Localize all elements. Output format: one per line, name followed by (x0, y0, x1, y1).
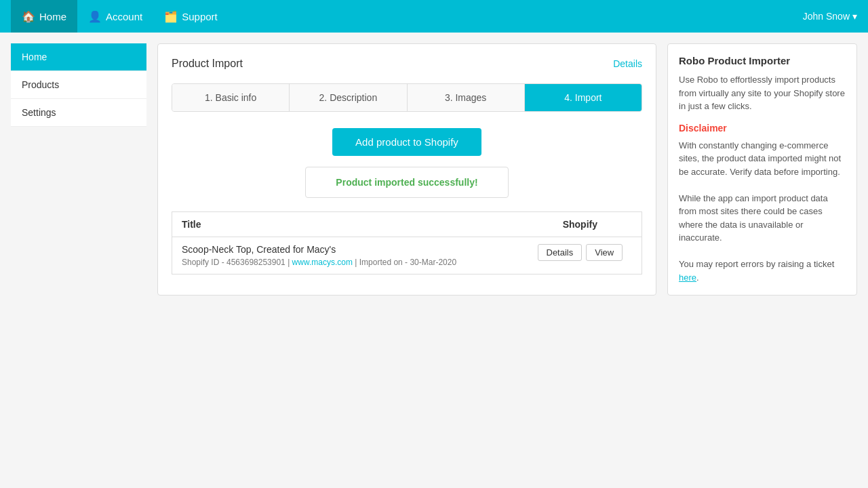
col-title: Title (172, 212, 519, 237)
product-table: Title Shopify Scoop-Neck Top, Created fo… (172, 211, 642, 274)
add-product-button[interactable]: Add product to Shopify (332, 128, 481, 156)
shopify-id: Shopify ID - 4563698253901 (182, 258, 285, 267)
step-description[interactable]: 2. Description (290, 84, 407, 111)
panel-title: Robo Product Importer (679, 55, 846, 66)
sidebar-item-home[interactable]: Home (11, 43, 146, 71)
product-actions-cell: Details View (519, 237, 642, 274)
step-basic-info[interactable]: 1. Basic info (172, 84, 290, 111)
user-menu[interactable]: John Snow ▾ (803, 11, 857, 22)
nav-support-label: Support (182, 11, 218, 22)
table-row: Scoop-Neck Top, Created for Macy's Shopi… (172, 237, 642, 274)
sidebar: Home Products Settings (11, 43, 146, 296)
sidebar-item-settings[interactable]: Settings (11, 99, 146, 127)
page-layout: Home Products Settings Product Import De… (0, 33, 868, 306)
user-name: John Snow (803, 11, 850, 22)
action-buttons: Details View (528, 244, 632, 261)
panel-description: Use Robo to effortlessly import products… (679, 73, 846, 113)
col-shopify: Shopify (519, 212, 642, 237)
source-link[interactable]: www.macys.com (292, 258, 353, 267)
sidebar-item-products[interactable]: Products (11, 71, 146, 99)
nav-support[interactable]: 🗂️ Support (153, 0, 229, 33)
step-import[interactable]: 4. Import (525, 84, 642, 111)
panel-disclaimer: With constantly changing e-commerce site… (679, 139, 846, 285)
table-header-row: Title Shopify (172, 212, 642, 237)
chevron-down-icon: ▾ (852, 11, 857, 22)
success-message-box: Product imported successfully! (305, 167, 509, 198)
here-link[interactable]: here (679, 272, 696, 283)
details-link[interactable]: Details (613, 58, 642, 69)
nav-home[interactable]: 🏠 Home (11, 0, 77, 33)
details-button[interactable]: Details (538, 244, 583, 261)
imported-date: Imported on - 30-Mar-2020 (359, 258, 456, 267)
account-icon: 👤 (88, 10, 102, 23)
product-meta: Shopify ID - 4563698253901 | www.macys.c… (182, 258, 509, 267)
product-info-cell: Scoop-Neck Top, Created for Macy's Shopi… (172, 237, 519, 274)
steps-wizard: 1. Basic info 2. Description 3. Images 4… (172, 83, 642, 112)
product-title: Scoop-Neck Top, Created for Macy's (182, 244, 509, 255)
view-button[interactable]: View (586, 244, 623, 261)
step-images[interactable]: 3. Images (408, 84, 525, 111)
disclaimer-title: Disclaimer (679, 123, 846, 134)
top-navigation: 🏠 Home 👤 Account 🗂️ Support John Snow ▾ (0, 0, 868, 33)
nav-account-label: Account (106, 11, 142, 22)
home-icon: 🏠 (22, 10, 35, 23)
page-title: Product Import (172, 58, 243, 70)
success-text: Product imported successfully! (336, 177, 477, 188)
main-content: Product Import Details 1. Basic info 2. … (157, 43, 656, 296)
main-header: Product Import Details (172, 58, 642, 70)
nav-home-label: Home (39, 11, 66, 22)
nav-account[interactable]: 👤 Account (77, 0, 153, 33)
support-icon: 🗂️ (164, 10, 178, 23)
right-panel: Robo Product Importer Use Robo to effort… (667, 43, 857, 296)
